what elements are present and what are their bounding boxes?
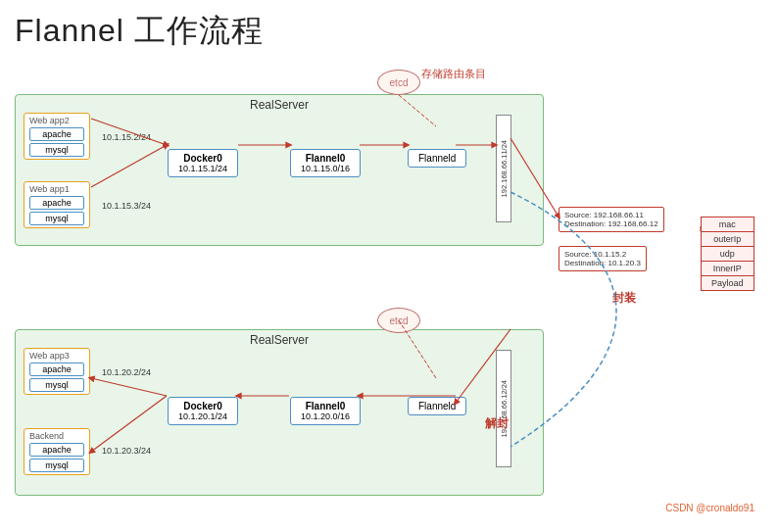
backend-apache: apache — [29, 443, 84, 457]
server2-ip2: 10.1.20.3/24 — [102, 446, 151, 456]
server1-docker0-ip: 10.1.15.1/24 — [174, 164, 231, 173]
server2-flannel0-name: Flannel0 — [297, 401, 354, 411]
packet-box: mac outerIp udp InnerIP Payload — [701, 217, 754, 291]
server2-docker0-name: Docker0 — [174, 401, 231, 411]
server1-ip1: 10.1.15.2/24 — [102, 132, 151, 142]
etcd1-oval: etcd — [377, 70, 420, 95]
server2-docker0: Docker0 10.1.20.1/24 — [168, 397, 238, 425]
etcd1-label: etcd — [390, 77, 409, 88]
watermark: CSDN @cronaldo91 — [665, 503, 754, 513]
server1-vertical-ip: 192.168.66.11/24 — [496, 115, 511, 222]
webapp1-apache: apache — [29, 196, 84, 210]
webapp2-label: Web app2 — [29, 116, 84, 125]
server1-block: RealServer Web app2 apache mysql Web app… — [15, 94, 544, 246]
server1-flanneld: Flanneld — [408, 149, 466, 168]
etcd2-label: etcd — [390, 315, 409, 326]
diagram-container: RealServer Web app2 apache mysql Web app… — [15, 65, 759, 515]
packet-udp: udp — [702, 247, 754, 262]
server2-docker0-ip: 10.1.20.1/24 — [174, 411, 231, 421]
page: Flannel 工作流程 RealServer Web app2 apache … — [0, 0, 778, 532]
info-box2: Source: 10.1.15.2 Destination: 10.1.20.3 — [559, 246, 647, 271]
server2-ip1: 10.1.20.2/24 — [102, 367, 151, 377]
server1-flannel0: Flannel0 10.1.15.0/16 — [290, 149, 361, 177]
server1-label: RealServer — [250, 98, 309, 112]
server1-docker0-name: Docker0 — [174, 153, 231, 164]
server2-flannel0-ip: 10.1.20.0/16 — [297, 411, 354, 421]
etcd2-oval: etcd — [377, 308, 420, 333]
info-box2-line1: Source: 10.1.15.2 — [564, 250, 641, 259]
page-title: Flannel 工作流程 — [15, 10, 763, 53]
webapp2-mysql: mysql — [29, 143, 84, 157]
etcd-annot: 存储路由条目 — [421, 67, 486, 81]
webapp1-label: Web app1 — [29, 184, 84, 194]
server2-flanneld: Flanneld — [408, 397, 466, 415]
packet-innerip: InnerIP — [702, 262, 754, 276]
info-box1-line2: Destination: 192.168.66.12 — [564, 219, 658, 228]
packet-mac: mac — [702, 218, 754, 232]
server1-vertical-ip-text: 192.168.66.11/24 — [500, 140, 509, 197]
webapp2-apache: apache — [29, 127, 84, 141]
info-box1-line1: Source: 192.168.66.11 — [564, 211, 658, 219]
server1-flannel0-ip: 10.1.15.0/16 — [297, 164, 354, 173]
unseal-label: 解封 — [485, 415, 509, 432]
server1-docker0: Docker0 10.1.15.1/24 — [168, 149, 238, 177]
backend-label: Backend — [29, 431, 84, 441]
info-box2-line2: Destination: 10.1.20.3 — [564, 259, 641, 267]
packet-payload: Payload — [702, 276, 754, 290]
seal-label: 封装 — [612, 290, 636, 307]
server1-flannel0-name: Flannel0 — [297, 153, 354, 164]
webapp3-group: Web app3 apache mysql — [24, 348, 90, 395]
webapp2-group: Web app2 apache mysql — [24, 113, 90, 160]
webapp3-label: Web app3 — [29, 351, 84, 361]
webapp1-group: Web app1 apache mysql — [24, 181, 90, 228]
backend-group: Backend apache mysql — [24, 428, 90, 475]
server2-vertical-ip: 192.168.66.12/24 — [496, 350, 511, 467]
webapp1-mysql: mysql — [29, 212, 84, 225]
info-box1: Source: 192.168.66.11 Destination: 192.1… — [559, 207, 664, 232]
server1-ip2: 10.1.15.3/24 — [102, 201, 151, 211]
webapp3-apache: apache — [29, 363, 84, 376]
backend-mysql: mysql — [29, 459, 84, 472]
packet-outerip: outerIp — [702, 232, 754, 247]
server2-block: RealServer Web app3 apache mysql Backend… — [15, 329, 544, 496]
server2-label: RealServer — [250, 333, 309, 347]
webapp3-mysql: mysql — [29, 378, 84, 392]
server2-flannel0: Flannel0 10.1.20.0/16 — [290, 397, 361, 425]
